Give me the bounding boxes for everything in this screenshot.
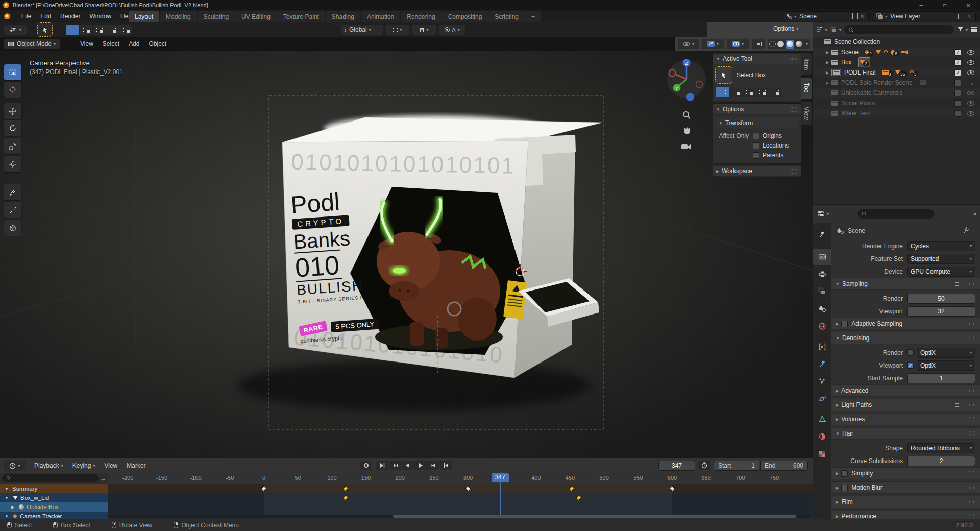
viewport-menu-view[interactable]: View: [76, 38, 98, 50]
presets-icon[interactable]: ☰: [955, 402, 960, 408]
exclude-checkbox[interactable]: ✓: [954, 69, 961, 76]
camera-view-icon[interactable]: [681, 144, 691, 149]
channel-outside-box[interactable]: ▶Outside Box: [0, 502, 108, 512]
properties-editor-type-dropdown[interactable]: ▾: [817, 210, 829, 218]
number-render[interactable]: 50: [907, 294, 975, 304]
new-collection-button[interactable]: +: [971, 26, 977, 33]
expand-arrow[interactable]: ▶: [823, 70, 831, 75]
marker-menu[interactable]: Marker: [122, 462, 150, 469]
menu-window[interactable]: Window: [85, 10, 116, 22]
workspace-tab-animation[interactable]: Animation: [361, 11, 400, 22]
use-preview-range-button[interactable]: [698, 461, 710, 470]
tool-measure[interactable]: [4, 202, 21, 218]
expand-arrow[interactable]: ▶: [823, 60, 831, 65]
np-select-mode-invert[interactable]: [756, 87, 769, 97]
section-film[interactable]: ▶Film⠇⠇: [831, 496, 980, 508]
tab-tool[interactable]: Tool: [801, 78, 812, 99]
properties-tab-tool[interactable]: [813, 227, 831, 244]
keying-menu[interactable]: Keying▾: [68, 462, 100, 469]
end-frame-field[interactable]: End600: [760, 461, 808, 471]
keyframe-area[interactable]: [108, 484, 813, 516]
select-mode-new[interactable]: [66, 25, 79, 35]
overlays-dropdown[interactable]: ▾: [727, 39, 749, 49]
shading-dropdown[interactable]: ▾: [806, 42, 808, 46]
checkbox-render[interactable]: [907, 349, 914, 356]
properties-tab-material[interactable]: [813, 428, 831, 445]
channel-box-w-lid[interactable]: ▼Box_w_Lid: [0, 493, 108, 502]
expand-arrow[interactable]: ▼: [3, 487, 10, 491]
menu-file[interactable]: File: [17, 10, 36, 22]
outliner-row-podl-final[interactable]: ▶PODL Final3353✓: [813, 67, 980, 78]
number-viewport[interactable]: 32: [907, 306, 975, 317]
shading-rendered-button[interactable]: [796, 41, 802, 47]
select-viewport[interactable]: OptiX▾: [917, 360, 975, 371]
select-mode-intersect[interactable]: [119, 25, 132, 35]
tool-cursor[interactable]: [4, 82, 21, 98]
viewport-menu-select[interactable]: Select: [98, 38, 124, 50]
tool-scale[interactable]: [4, 138, 21, 154]
options-panel-header[interactable]: ▼Options⣿⣿: [713, 104, 801, 115]
expand-arrow[interactable]: ▶: [823, 50, 831, 55]
outliner-row-podl-solo-render-scene[interactable]: ▶PODL Solo Render Scene⌄: [813, 78, 980, 88]
properties-tab-texture[interactable]: [813, 446, 831, 462]
section-adaptive-sampling[interactable]: ▶Adaptive Sampling⠇⠇: [831, 318, 980, 330]
select-feature-set[interactable]: Supported▾: [907, 254, 975, 264]
tab-view[interactable]: View: [801, 102, 812, 125]
workspace-panel-header[interactable]: ▶Workspace⣿⣿: [713, 165, 801, 177]
section-denoising[interactable]: ▼Denoising⠇⠇: [831, 332, 980, 344]
hide-eye-icon[interactable]: [967, 50, 974, 55]
exclude-checkbox[interactable]: [954, 80, 961, 86]
hide-eye-icon[interactable]: [967, 91, 974, 95]
hide-eye-icon[interactable]: [967, 60, 974, 65]
view-layer-selector[interactable]: ▾ View Layer ✕: [874, 11, 976, 21]
outliner-filter-id-dropdown[interactable]: ▾: [830, 27, 841, 33]
outliner-row-scene[interactable]: ▶Scene26✓: [813, 47, 980, 57]
playhead-frame-badge[interactable]: 347: [492, 473, 509, 482]
active-tool-select-box-button[interactable]: [38, 23, 52, 36]
previous-keyframe-button[interactable]: [389, 461, 401, 470]
properties-tab-view-layer[interactable]: [813, 283, 831, 300]
properties-tab-render[interactable]: [813, 249, 831, 265]
shading-wireframe-button[interactable]: [769, 41, 776, 47]
exclude-checkbox[interactable]: [954, 110, 961, 117]
add-workspace-tab[interactable]: +: [525, 11, 541, 22]
proportional-editing-dropdown[interactable]: ⋀▾: [439, 25, 465, 35]
select-device[interactable]: GPU Compute▾: [907, 267, 975, 277]
zoom-icon[interactable]: [683, 112, 690, 119]
transform-orientation-dropdown[interactable]: ↕Global▾: [341, 25, 383, 35]
exclude-checkbox[interactable]: [954, 100, 961, 107]
section-advanced[interactable]: ▶Advanced⠇⠇: [831, 384, 980, 397]
pin-icon[interactable]: [963, 226, 969, 235]
np-select-mode-intersect[interactable]: [769, 87, 782, 97]
workspace-tab-layout[interactable]: Layout: [129, 11, 159, 22]
play-reverse-button[interactable]: [402, 461, 414, 470]
viewport-3d[interactable]: 0101010101010101 010101010101010: [0, 37, 813, 458]
properties-options-dropdown[interactable]: ▾: [974, 211, 976, 217]
properties-tab-physics[interactable]: [813, 391, 831, 407]
start-frame-field[interactable]: Start1: [714, 461, 760, 471]
active-tool-icon-button[interactable]: [716, 67, 731, 83]
number-start-sample[interactable]: 1: [907, 373, 975, 383]
expand-arrow[interactable]: ▶: [823, 81, 831, 85]
tool-move[interactable]: [4, 103, 21, 119]
timeline-editor-type-dropdown[interactable]: ▾: [4, 461, 26, 471]
properties-tab-scene[interactable]: [813, 301, 831, 317]
play-button[interactable]: [414, 461, 427, 470]
presets-icon[interactable]: ☰: [955, 281, 960, 287]
outliner-filter-dropdown[interactable]: ▾: [957, 27, 968, 33]
expand-arrow[interactable]: ▼: [3, 514, 10, 519]
affect-parents-checkbox[interactable]: [753, 152, 760, 159]
next-keyframe-button[interactable]: [427, 461, 439, 470]
properties-tab-modifiers[interactable]: [813, 356, 831, 372]
timeline-ruler[interactable]: -200-150-100-500501001502002503004004505…: [108, 473, 813, 484]
hide-eye-icon[interactable]: [967, 70, 974, 75]
jump-to-end-button[interactable]: [440, 461, 452, 470]
exclude-checkbox[interactable]: [954, 90, 961, 96]
workspace-tab-sculpting[interactable]: Sculpting: [198, 11, 235, 22]
close-button[interactable]: ✕: [957, 0, 980, 10]
section-motion-blur[interactable]: ▶Motion Blur⠇⠇: [831, 481, 980, 494]
select-shape[interactable]: Rounded Ribbons▾: [907, 443, 975, 453]
viewport-menu-add[interactable]: Add: [124, 38, 144, 50]
tool-add-cube[interactable]: [4, 220, 21, 236]
hide-eye-icon[interactable]: [967, 101, 974, 106]
